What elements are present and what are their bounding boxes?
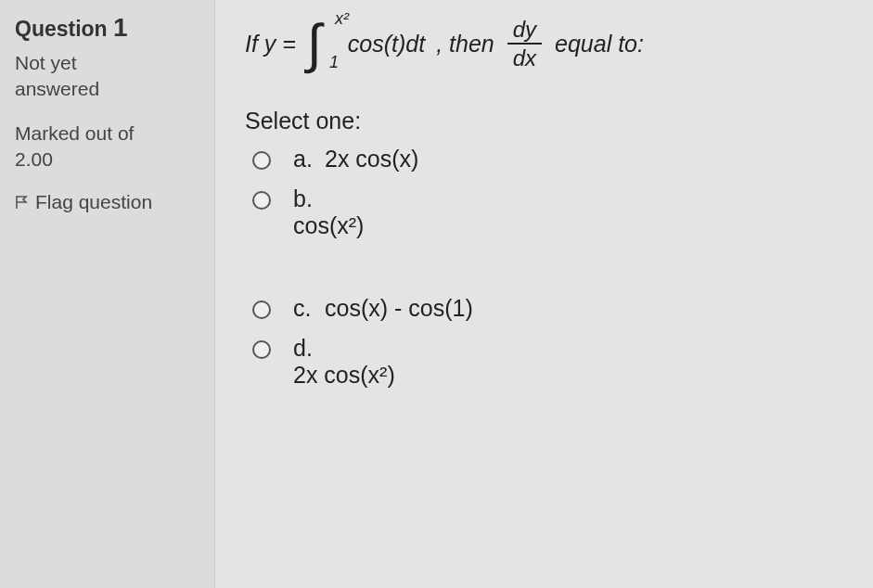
stem-suffix: equal to:	[555, 31, 644, 58]
option-c-letter: c.	[293, 295, 317, 322]
option-a-body: a. 2x cos(x)	[293, 146, 418, 173]
option-d[interactable]: d. 2x cos(x²)	[252, 335, 854, 389]
option-c[interactable]: c. cos(x) - cos(1)	[252, 295, 854, 322]
option-b-body: b. cos(x²)	[293, 185, 364, 239]
option-d-letter: d.	[293, 335, 317, 362]
integral-lower-limit: 1	[329, 53, 339, 72]
question-number: Question 1	[15, 13, 199, 43]
derivative-fraction: dy dx	[507, 19, 542, 70]
radio-a[interactable]	[252, 151, 271, 170]
question-content: If y = ∫ x² 1 cos(t)dt , then dy dx equa…	[215, 0, 873, 588]
option-a-text: 2x cos(x)	[325, 146, 418, 173]
marked-out-of-label: Marked out of	[15, 122, 199, 145]
option-b-text: cos(x²)	[293, 212, 364, 239]
fraction-denominator: dx	[513, 45, 536, 70]
question-stem: If y = ∫ x² 1 cos(t)dt , then dy dx equa…	[245, 17, 854, 70]
status-line-1: Not yet	[15, 52, 199, 74]
option-b-letter: b.	[293, 185, 317, 212]
radio-b[interactable]	[252, 191, 271, 210]
integral-upper-limit: x²	[335, 9, 349, 29]
option-b[interactable]: b. cos(x²)	[252, 185, 854, 239]
fraction-numerator: dy	[507, 19, 542, 45]
question-label: Question	[15, 17, 108, 41]
option-d-body: d. 2x cos(x²)	[293, 335, 395, 389]
marked-out-of-value: 2.00	[15, 148, 199, 171]
integral-expression: ∫ x² 1 cos(t)dt	[307, 17, 425, 70]
flag-icon	[15, 195, 30, 210]
flag-question-link[interactable]: Flag question	[15, 191, 199, 213]
select-one-label: Select one:	[245, 108, 854, 134]
option-d-text: 2x cos(x²)	[293, 362, 395, 389]
integrand: cos(t)dt	[348, 31, 425, 58]
integral-sign: ∫	[307, 17, 322, 70]
options-group: a. 2x cos(x) b. cos(x²) c.	[245, 146, 854, 389]
stem-prefix: If y =	[245, 31, 296, 58]
option-c-text: cos(x) - cos(1)	[325, 295, 473, 322]
option-c-body: c. cos(x) - cos(1)	[293, 295, 473, 322]
question-number-value: 1	[113, 13, 128, 42]
status-line-2: answered	[15, 78, 199, 100]
option-a[interactable]: a. 2x cos(x)	[252, 146, 854, 173]
option-a-letter: a.	[293, 146, 317, 173]
question-sidebar: Question 1 Not yet answered Marked out o…	[0, 0, 215, 588]
radio-c[interactable]	[252, 300, 271, 319]
flag-question-label: Flag question	[35, 191, 152, 213]
radio-d[interactable]	[252, 340, 271, 359]
stem-mid: , then	[436, 31, 494, 58]
